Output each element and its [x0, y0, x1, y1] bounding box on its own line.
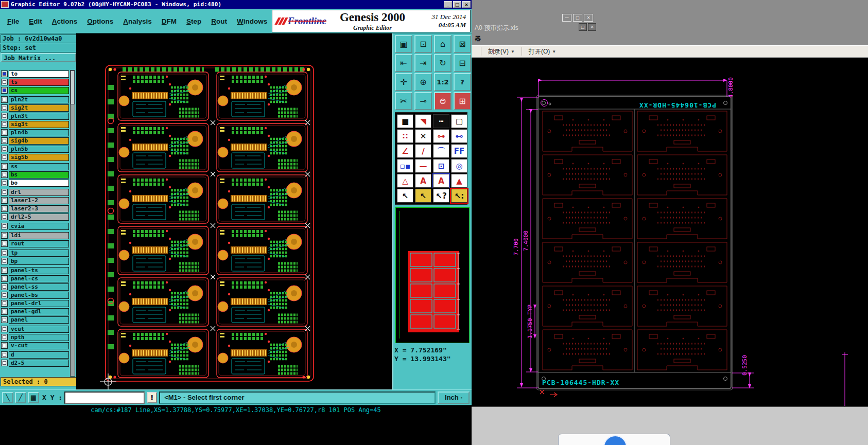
back-min-icon[interactable]: —: [562, 14, 571, 22]
layer-row[interactable]: ldi: [1, 232, 69, 239]
layer-row[interactable]: laser2-3: [1, 205, 69, 212]
layer-name[interactable]: pln5b: [9, 146, 69, 153]
layer-visibility-checkbox[interactable]: [1, 197, 8, 204]
layer-visibility-checkbox[interactable]: [1, 129, 8, 136]
menu-actions[interactable]: Actions: [52, 17, 78, 25]
layer-row[interactable]: v-cut: [1, 342, 69, 349]
layer-row[interactable]: sig2t: [1, 104, 69, 112]
pan-left-icon[interactable]: ⇤: [395, 54, 412, 72]
layer-row[interactable]: pln2t: [1, 96, 69, 103]
layer-name[interactable]: sig2t: [9, 104, 69, 112]
layer-name[interactable]: v-cut: [9, 342, 69, 349]
layer-name[interactable]: panel-bs: [9, 292, 69, 299]
layer-name[interactable]: bs: [9, 171, 69, 179]
layer-visibility-checkbox[interactable]: [1, 146, 8, 152]
layer-row[interactable]: panel: [1, 316, 69, 324]
layer-name[interactable]: panel-ss: [9, 283, 69, 291]
shape-corner-icon[interactable]: ◥: [415, 114, 431, 128]
layer-visibility-checkbox[interactable]: [1, 300, 8, 307]
layer-name[interactable]: panel-drl: [9, 300, 69, 307]
layer-name[interactable]: d: [9, 351, 69, 359]
zoom-ratio-button[interactable]: 1:2: [434, 73, 452, 91]
layer-visibility-checkbox[interactable]: [1, 334, 8, 341]
layer-name[interactable]: pln3t: [9, 113, 69, 120]
layer-name[interactable]: sig4b: [9, 137, 69, 145]
layer-name[interactable]: drl2-5: [9, 213, 69, 221]
menu-step[interactable]: Step: [186, 17, 201, 25]
layer-visibility-checkbox[interactable]: [1, 326, 8, 332]
layer-name[interactable]: sig5b: [9, 154, 69, 161]
overlay-red-icon[interactable]: ⊜: [434, 92, 452, 110]
layer-name[interactable]: ldi: [9, 232, 69, 239]
layer-name[interactable]: to: [9, 70, 69, 78]
layer-row[interactable]: rout: [1, 240, 69, 247]
center-view-icon[interactable]: ⊕: [414, 73, 432, 91]
layer-visibility-checkbox[interactable]: [1, 104, 8, 111]
layer-visibility-checkbox[interactable]: [1, 223, 8, 229]
layer-visibility-checkbox[interactable]: [1, 180, 8, 186]
layer-row[interactable]: panel-ss: [1, 283, 69, 291]
maximize-button[interactable]: □: [453, 1, 461, 8]
layer-visibility-checkbox[interactable]: [1, 308, 8, 315]
layer-name[interactable]: sig3t: [9, 121, 69, 128]
open-button[interactable]: 打开(O) ▼: [525, 46, 560, 58]
layer-name[interactable]: rout: [9, 240, 69, 247]
layer-name[interactable]: bo: [9, 180, 69, 187]
layer-visibility-checkbox[interactable]: [1, 275, 8, 282]
layer-name[interactable]: ts: [9, 79, 69, 86]
layer-row[interactable]: ss: [1, 163, 69, 170]
triangle-icon[interactable]: △: [397, 174, 413, 188]
pad-pair-icon[interactable]: ▫▪: [397, 159, 413, 173]
layer-visibility-checkbox[interactable]: [1, 250, 8, 256]
layer-visibility-checkbox[interactable]: [1, 87, 8, 94]
select-arrow-icon[interactable]: ↖: [397, 189, 413, 203]
menu-options[interactable]: Options: [87, 17, 113, 25]
layer-row[interactable]: cs: [1, 86, 69, 94]
layer-name[interactable]: pln4b: [9, 129, 69, 136]
overview-panel[interactable]: [395, 207, 470, 343]
drawing-canvas[interactable]: PCB-106445-HDR-XX PCB-106445-HDR-XX: [472, 58, 868, 406]
layer-name[interactable]: panel-cs: [9, 275, 69, 282]
layer-visibility-checkbox[interactable]: [1, 79, 8, 85]
burn-button[interactable]: 刻录(V) ▼: [484, 46, 518, 58]
swatch-icon[interactable]: ■: [397, 114, 413, 128]
layer-row[interactable]: pln4b: [1, 129, 69, 136]
layer-visibility-checkbox[interactable]: [1, 121, 8, 128]
pcb-canvas[interactable]: [76, 33, 392, 389]
layer-visibility-checkbox[interactable]: [1, 267, 8, 274]
layer-name[interactable]: npth: [9, 334, 69, 341]
layer-row[interactable]: bo: [1, 179, 69, 187]
back-max-icon[interactable]: □: [573, 14, 582, 22]
layer-row[interactable]: pln3t: [1, 112, 69, 120]
layer-row[interactable]: sig4b: [1, 137, 69, 145]
layer-row[interactable]: pln5b: [1, 145, 69, 153]
layer-visibility-checkbox[interactable]: [1, 163, 8, 170]
help-button[interactable]: ?: [454, 73, 471, 91]
refresh-view-icon[interactable]: ↻: [434, 54, 452, 72]
layer-visibility-checkbox[interactable]: [1, 137, 8, 144]
layer-name[interactable]: panel-ts: [9, 267, 69, 274]
menu-rout[interactable]: Rout: [211, 17, 227, 25]
layer-name[interactable]: laser2-3: [9, 205, 69, 212]
line-mode-icon[interactable]: ╲: [2, 392, 13, 403]
layer-row[interactable]: bp: [1, 257, 69, 265]
layer-name[interactable]: drl: [9, 189, 69, 196]
menu-windows[interactable]: Windows: [237, 17, 267, 25]
xy-input[interactable]: [64, 391, 145, 404]
layer-name[interactable]: laser1-2: [9, 197, 69, 204]
layer-name[interactable]: ss: [9, 163, 69, 170]
tile-windows-icon[interactable]: ⊟: [454, 54, 471, 72]
layer-visibility-checkbox[interactable]: [1, 171, 8, 178]
layer-visibility-checkbox[interactable]: [1, 205, 8, 212]
text-icon[interactable]: A: [415, 174, 431, 188]
erase-icon[interactable]: ✕: [415, 129, 431, 143]
minimize-button[interactable]: _: [444, 1, 452, 8]
layer-row[interactable]: panel-gdl: [1, 308, 69, 315]
layer-name[interactable]: tp: [9, 250, 69, 257]
close-view-icon[interactable]: ⊠: [454, 35, 471, 53]
layer-visibility-checkbox[interactable]: [1, 292, 8, 298]
title-max-icon[interactable]: □: [579, 23, 587, 31]
fillet-icon[interactable]: FF: [451, 144, 467, 158]
layer-name[interactable]: panel-gdl: [9, 308, 69, 315]
layer-name[interactable]: cs: [9, 87, 69, 94]
